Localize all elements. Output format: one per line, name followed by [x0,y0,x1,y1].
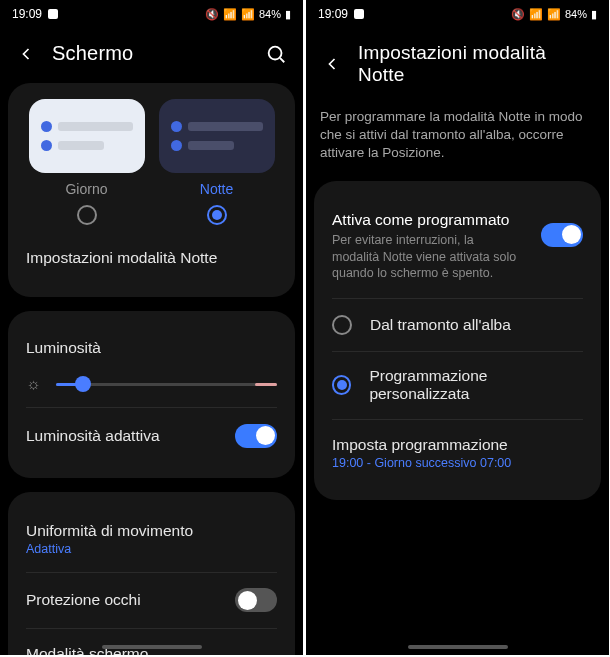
status-bar: 19:09 🔇 📶 📶 84% ▮ [0,0,303,28]
sunset-option-row[interactable]: Dal tramonto all'alba [328,301,587,349]
divider [26,572,277,573]
motion-smoothness-row[interactable]: Uniformità di movimento Adattiva [22,508,281,570]
theme-day-radio[interactable] [77,205,97,225]
brightness-label-row: Luminosità [22,327,281,369]
sunset-radio[interactable] [332,315,352,335]
battery-icon: ▮ [285,8,291,21]
nav-bar-handle[interactable] [102,645,202,649]
svg-point-0 [269,46,282,59]
eye-protection-toggle[interactable] [235,588,277,612]
custom-radio[interactable] [332,375,351,395]
theme-day-preview [29,99,145,173]
battery-text: 84% [259,8,281,20]
theme-night-radio[interactable] [207,205,227,225]
eye-protection-row[interactable]: Protezione occhi [22,574,281,626]
wifi-icon: 📶 [223,8,237,21]
sun-icon: ☼ [26,375,44,393]
status-time: 19:09 [12,7,42,21]
schedule-card: Attiva come programmato Per evitare inte… [314,181,601,500]
schedule-toggle-row[interactable]: Attiva come programmato Per evitare inte… [328,197,587,297]
theme-card: Giorno Notte Impostazioni modalità Notte [8,83,295,297]
adaptive-brightness-row[interactable]: Luminosità adattiva [22,410,281,462]
display-options-card: Uniformità di movimento Adattiva Protezi… [8,492,295,656]
header: Schermo [0,28,303,83]
divider [26,628,277,629]
svg-line-1 [280,58,284,62]
header: Impostazioni modalità Notte [306,28,609,104]
theme-night-label: Notte [200,181,233,197]
status-bar: 19:09 🔇 📶 📶 84% ▮ [306,0,609,28]
location-notice: Per programmare la modalità Notte in mod… [306,104,609,181]
right-screen: 19:09 🔇 📶 📶 84% ▮ Impostazioni modalità … [306,0,609,655]
wifi-icon: 📶 [529,8,543,21]
signal-icon: 📶 [241,8,255,21]
signal-icon: 📶 [547,8,561,21]
theme-day-label: Giorno [65,181,107,197]
mute-icon: 🔇 [511,8,525,21]
back-icon[interactable] [322,54,342,74]
divider [332,351,583,352]
brightness-card: Luminosità ☼ Luminosità adattiva [8,311,295,478]
brightness-slider[interactable] [56,383,277,386]
divider [332,419,583,420]
adaptive-brightness-toggle[interactable] [235,424,277,448]
screen-mode-row[interactable]: Modalità schermo Vivida [22,631,281,656]
divider [332,298,583,299]
battery-text: 84% [565,8,587,20]
status-time: 19:09 [318,7,348,21]
back-icon[interactable] [16,44,36,64]
brightness-slider-row: ☼ [22,369,281,405]
theme-night-preview [159,99,275,173]
battery-icon: ▮ [591,8,597,21]
night-mode-settings-link[interactable]: Impostazioni modalità Notte [22,235,281,281]
left-screen: 19:09 🔇 📶 📶 84% ▮ Schermo [0,0,303,655]
app-indicator-icon [48,9,58,19]
mute-icon: 🔇 [205,8,219,21]
page-title: Impostazioni modalità Notte [358,42,593,86]
schedule-toggle[interactable] [541,223,583,247]
app-indicator-icon [354,9,364,19]
custom-schedule-option-row[interactable]: Programmazione personalizzata [328,353,587,417]
theme-day[interactable]: Giorno [29,99,145,225]
set-schedule-row[interactable]: Imposta programmazione 19:00 - Giorno su… [328,422,587,484]
search-icon[interactable] [265,43,287,65]
theme-night[interactable]: Notte [159,99,275,225]
page-title: Schermo [52,42,249,65]
divider [26,407,277,408]
nav-bar-handle[interactable] [408,645,508,649]
